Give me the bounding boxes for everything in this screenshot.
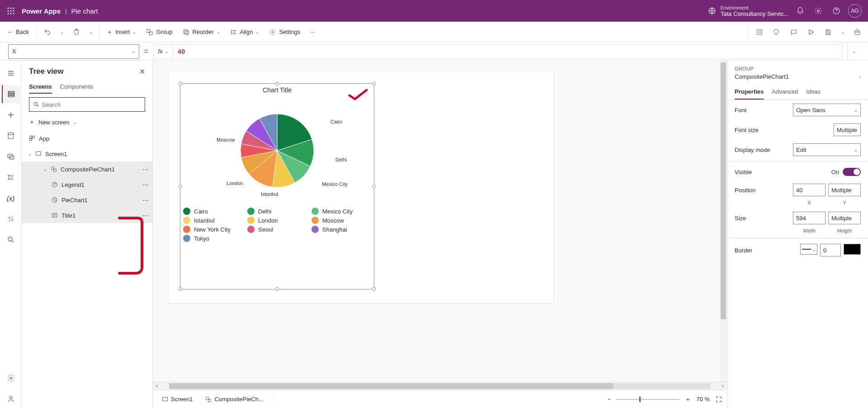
gear-icon[interactable] [809, 2, 827, 20]
tree-search-input[interactable] [42, 101, 141, 108]
tree-item-more-icon[interactable]: ··· [142, 212, 149, 219]
page-name: Pie chart [71, 7, 98, 15]
search-input-wrap[interactable] [29, 97, 145, 112]
tree-item-more-icon[interactable]: ··· [142, 197, 149, 204]
virtual-agent-icon[interactable] [2, 390, 20, 408]
checker-icon[interactable] [769, 24, 785, 40]
flows-rail-icon[interactable] [2, 168, 20, 186]
brand-label[interactable]: Power Apps [22, 7, 61, 15]
tree-item-more-icon[interactable]: ··· [142, 181, 149, 188]
chart-title[interactable]: Chart Title [180, 84, 374, 96]
canvas[interactable]: Chart Title Cairo Delhi Mexico City Ista… [169, 72, 553, 303]
legend-item: Delhi [247, 208, 307, 215]
crumb-screen[interactable]: Screen1 [157, 393, 199, 406]
tab-ideas[interactable]: Ideas [806, 85, 821, 100]
media-rail-icon[interactable] [2, 147, 20, 166]
position-x-input[interactable]: 40 [793, 184, 826, 196]
display-dropdown[interactable]: Edit⌄ [793, 143, 861, 156]
tree-item-app[interactable]: App [22, 131, 152, 146]
legend-item: Cairo [183, 208, 243, 215]
expand-formula-icon[interactable]: ⌄ [847, 43, 860, 61]
position-y-input[interactable]: Multiple [828, 184, 861, 196]
tab-components[interactable]: Components [60, 81, 94, 94]
more-button[interactable]: ··· [306, 24, 320, 40]
paste-button[interactable] [68, 24, 85, 40]
insert-button[interactable]: ＋Insert⌄ [102, 24, 141, 40]
tree-item-legend[interactable]: Legend1··· [22, 177, 152, 192]
undo-split-button[interactable]: ⌄ [57, 24, 67, 40]
svg-point-3 [8, 10, 9, 12]
group-button[interactable]: Group [142, 24, 177, 40]
settings-button[interactable]: Settings [264, 24, 305, 40]
save-icon[interactable] [820, 24, 836, 40]
close-tree-icon[interactable]: ✕ [139, 67, 145, 76]
fit-icon[interactable] [715, 396, 722, 403]
equals-sign: = [144, 47, 149, 56]
border-color-swatch[interactable] [844, 244, 861, 255]
svg-point-7 [10, 13, 12, 14]
height-input[interactable]: Multiple [828, 212, 861, 224]
formula-input[interactable]: 40 [173, 48, 190, 55]
publish-icon[interactable] [849, 24, 865, 40]
share-icon[interactable] [751, 24, 768, 40]
preview-icon[interactable] [803, 24, 819, 40]
data-rail-icon[interactable] [2, 127, 20, 145]
variables-rail-icon[interactable]: (x) [2, 189, 20, 207]
width-input[interactable]: 594 [793, 212, 826, 224]
prop-expand-icon[interactable]: › [859, 74, 861, 79]
property-dropdown[interactable]: X⌄ [8, 44, 139, 59]
border-width-input[interactable]: 0 [820, 244, 841, 256]
tools-rail-icon[interactable] [2, 210, 20, 228]
tree-item-composite[interactable]: ⌄CompositePieChart1··· [22, 161, 152, 177]
svg-point-2 [13, 8, 14, 9]
undo-button[interactable] [39, 24, 56, 40]
comments-icon[interactable] [786, 24, 802, 40]
tab-properties[interactable]: Properties [735, 85, 764, 100]
crumb-selection[interactable]: CompositePieCh... [201, 393, 269, 406]
chevron-down-icon[interactable]: ⌄ [28, 152, 32, 157]
reorder-button[interactable]: Reorder⌄ [178, 24, 225, 40]
chevron-down-icon[interactable]: ⌄ [43, 167, 47, 172]
tree-item-screen1[interactable]: ⌄Screen1 [22, 146, 152, 161]
insert-rail-icon[interactable] [2, 106, 20, 124]
avatar[interactable]: AG [848, 4, 862, 18]
legend-item: London [247, 217, 307, 224]
new-screen-button[interactable]: ＋New screen⌄ [22, 115, 152, 129]
search-rail-icon[interactable] [2, 231, 20, 249]
crumb-sel-label: CompositePieCh... [214, 396, 263, 403]
align-button[interactable]: Align⌄ [226, 24, 264, 40]
tree-view-icon[interactable] [2, 85, 20, 103]
tab-screens[interactable]: Screens [29, 81, 52, 94]
hamburger-icon[interactable] [2, 64, 20, 82]
tree-item-title[interactable]: Title1··· [22, 208, 152, 223]
visible-toggle[interactable] [843, 168, 861, 176]
font-dropdown[interactable]: Open Sans⌄ [793, 104, 861, 116]
save-split-button[interactable]: ⌄ [837, 24, 848, 40]
back-button[interactable]: ←Back [3, 24, 33, 40]
fontsize-input[interactable]: Multiple [834, 123, 861, 136]
border-style-dropdown[interactable]: ⌄ [800, 244, 817, 255]
tab-advanced[interactable]: Advanced [772, 85, 798, 100]
selection-box[interactable]: Chart Title Cairo Delhi Mexico City Ista… [180, 83, 374, 289]
settings-rail-icon[interactable] [2, 369, 20, 387]
piechart-icon [51, 196, 59, 204]
tree-item-piechart[interactable]: PieChart1··· [22, 192, 152, 208]
zoom-out-icon[interactable]: − [608, 396, 611, 403]
horizontal-scrollbar[interactable]: ‹› [153, 382, 727, 390]
bell-icon[interactable] [791, 2, 809, 20]
vertical-scrollbar[interactable] [720, 61, 727, 382]
waffle-icon[interactable] [4, 4, 18, 18]
zoom-in-icon[interactable]: ＋ [685, 395, 691, 403]
paste-split-button[interactable]: ⌄ [85, 24, 96, 40]
help-icon[interactable] [827, 2, 845, 20]
left-rail: (x) [0, 61, 22, 408]
fx-label[interactable]: fx⌄ [154, 45, 173, 58]
legend-item: Istanbul [183, 217, 243, 224]
pie-chart[interactable]: Cairo Delhi Mexico City Istanbul London … [180, 96, 374, 205]
environment-picker[interactable]: Environment Tata Consultancy Servic... [708, 5, 788, 17]
visible-label: Visible [735, 169, 752, 176]
svg-rect-16 [184, 29, 187, 33]
zoom-slider[interactable] [616, 399, 679, 400]
tree-item-more-icon[interactable]: ··· [142, 166, 149, 173]
svg-point-30 [34, 102, 37, 105]
